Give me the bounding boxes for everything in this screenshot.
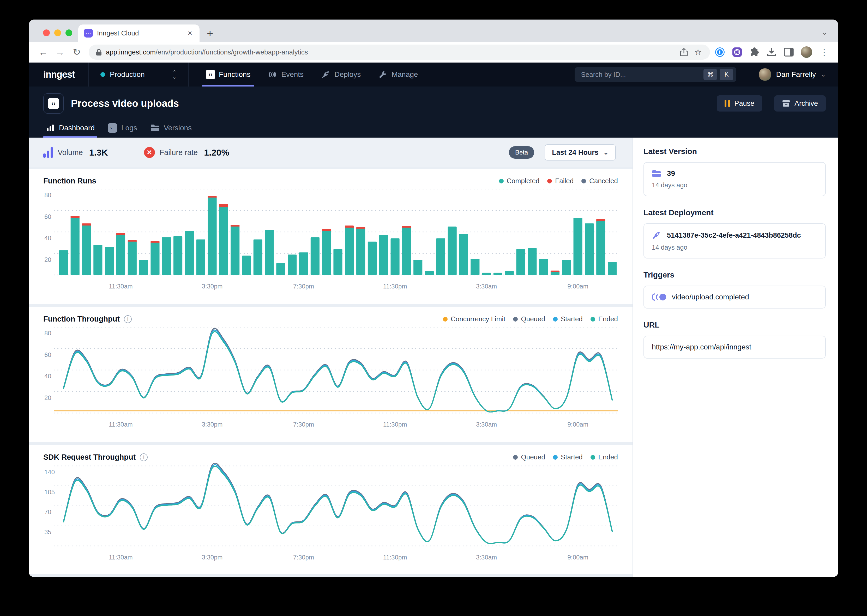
search-input[interactable] <box>581 71 701 79</box>
chart-title: Function Throughput <box>43 315 120 324</box>
tab-versions[interactable]: Versions <box>148 118 194 138</box>
svg-text:11:30pm: 11:30pm <box>383 421 407 428</box>
svg-text:9:00am: 9:00am <box>567 421 588 428</box>
browser-menu-icon[interactable]: ⋮ <box>819 47 829 57</box>
chart-legend: Concurrency LimitQueuedStartedEnded <box>443 315 618 323</box>
version-folder-icon <box>652 170 661 178</box>
sdk-throughput-chart: 357010514011:30am3:30pm7:30pm11:30pm3:30… <box>43 463 618 563</box>
svg-text:3:30am: 3:30am <box>476 283 497 290</box>
extensions-puzzle-icon[interactable] <box>749 47 760 57</box>
svg-text:35: 35 <box>44 528 51 536</box>
failure-x-icon: ✕ <box>144 147 155 158</box>
url-path: /env/production/functions/growth-webapp-… <box>156 48 308 56</box>
svg-text:40: 40 <box>44 234 51 242</box>
function-runs-card: Function Runs CompletedFailedCanceled 20… <box>29 169 632 304</box>
volume-value: 1.3K <box>89 148 108 158</box>
minimize-window-button[interactable] <box>54 30 61 36</box>
main-nav: ‹› Functions Events Deploys Manage <box>189 63 425 86</box>
chart-title: SDK Request Throughput <box>43 453 136 462</box>
window-controls <box>43 30 72 36</box>
nav-item-deploys[interactable]: Deploys <box>314 63 367 86</box>
svg-text:11:30pm: 11:30pm <box>383 554 407 561</box>
back-button[interactable]: ← <box>36 47 50 58</box>
tab-title: Inngest Cloud <box>97 29 182 37</box>
functions-icon: ‹› <box>206 70 215 79</box>
reload-button[interactable]: ↻ <box>69 47 84 58</box>
svg-text:40: 40 <box>44 372 51 380</box>
lock-icon <box>95 48 102 56</box>
svg-text:80: 80 <box>44 330 51 337</box>
tab-dashboard[interactable]: Dashboard <box>43 118 97 138</box>
legend-item: Failed <box>547 177 574 185</box>
trigger-card: video/upload.completed <box>643 286 826 308</box>
event-trigger-icon <box>652 294 666 301</box>
url-text: app.inngest.com/env/production/functions… <box>106 48 675 56</box>
inngest-favicon-icon: ⋯ <box>84 29 93 38</box>
tab-close-icon[interactable]: × <box>186 29 194 38</box>
chevron-updown-icon: ⌃⌄ <box>172 70 177 79</box>
search-box: ⌘ K <box>575 67 736 82</box>
svg-text:3:30pm: 3:30pm <box>202 421 222 428</box>
environment-label: Production <box>110 70 167 79</box>
user-name: Dan Farrelly <box>776 70 816 79</box>
tab-search-icon[interactable]: ⌄ <box>821 27 828 36</box>
function-throughput-chart: 2040608011:30am3:30pm7:30pm11:30pm3:30am… <box>43 325 618 430</box>
chevron-down-icon: ⌄ <box>821 71 826 78</box>
svg-text:11:30am: 11:30am <box>109 421 133 428</box>
new-tab-button[interactable]: + <box>207 28 213 39</box>
cmd-keycap: ⌘ <box>703 69 717 80</box>
info-icon[interactable]: i <box>124 315 132 323</box>
nav-item-functions[interactable]: ‹› Functions <box>199 63 257 86</box>
dashboard-icon <box>46 124 55 132</box>
function-runs-chart: 2040608011:30am3:30pm7:30pm11:30pm3:30am… <box>43 187 618 292</box>
deployment-time: 14 days ago <box>652 244 817 251</box>
info-icon[interactable]: i <box>140 453 148 461</box>
close-window-button[interactable] <box>43 30 50 36</box>
zoom-window-button[interactable] <box>65 30 72 36</box>
browser-profile-avatar[interactable] <box>801 46 812 58</box>
share-icon[interactable] <box>679 47 689 57</box>
chart-title: Function Runs <box>43 177 96 185</box>
legend-item: Started <box>553 315 583 323</box>
time-range-dropdown[interactable]: Last 24 Hours ⌄ <box>545 145 616 160</box>
svg-text:3:30am: 3:30am <box>476 421 497 428</box>
url-host: app.inngest.com <box>106 48 156 56</box>
purple-extension-icon[interactable] <box>732 47 742 57</box>
failure-rate-stat: ✕ Failure rate 1.20% <box>144 147 229 158</box>
legend-item: Started <box>553 453 583 461</box>
stats-bar: Volume 1.3K ✕ Failure rate 1.20% Beta La… <box>29 138 632 167</box>
pause-button[interactable]: Pause <box>717 95 762 112</box>
svg-text:105: 105 <box>44 489 55 496</box>
deployment-rocket-icon <box>652 231 661 240</box>
latest-deployment-card: 5141387e-35c2-4efe-a421-4843b86258dc 14 … <box>643 223 826 258</box>
legend-item: Ended <box>591 453 618 461</box>
archive-label: Archive <box>794 99 818 108</box>
tab-logs[interactable]: ›_ Logs <box>105 118 140 138</box>
svg-text:7:30pm: 7:30pm <box>293 554 314 561</box>
nav-item-label: Functions <box>219 70 251 79</box>
svg-text:60: 60 <box>44 351 51 358</box>
legend-item: Queued <box>513 453 545 461</box>
browser-toolbar: ← → ↻ app.inngest.com/env/production/fun… <box>29 42 838 63</box>
address-bar[interactable]: app.inngest.com/env/production/functions… <box>89 44 710 60</box>
forward-button[interactable]: → <box>53 47 67 58</box>
svg-text:7:30pm: 7:30pm <box>293 421 314 428</box>
browser-extensions: ⋮ <box>715 46 831 58</box>
volume-label: Volume <box>58 148 83 157</box>
nav-item-events[interactable]: Events <box>261 63 311 86</box>
legend-item: Completed <box>499 177 540 185</box>
nav-item-manage[interactable]: Manage <box>371 63 425 86</box>
archive-button[interactable]: Archive <box>774 95 826 112</box>
svg-text:3:30pm: 3:30pm <box>202 283 222 290</box>
side-panel-icon[interactable] <box>783 47 794 57</box>
chevron-down-icon: ⌄ <box>603 149 608 156</box>
environment-selector[interactable]: Production ⌃⌄ <box>89 63 188 86</box>
browser-tab[interactable]: ⋯ Inngest Cloud × <box>78 25 200 42</box>
dashboard-main: Volume 1.3K ✕ Failure rate 1.20% Beta La… <box>29 138 632 577</box>
svg-text:3:30pm: 3:30pm <box>202 554 222 561</box>
downloads-icon[interactable] <box>766 47 777 57</box>
password-manager-extension-icon[interactable] <box>715 47 725 57</box>
user-menu[interactable]: Dan Farrelly ⌄ <box>747 63 838 86</box>
wrench-icon <box>378 69 388 80</box>
bookmark-star-icon[interactable]: ☆ <box>693 47 703 57</box>
